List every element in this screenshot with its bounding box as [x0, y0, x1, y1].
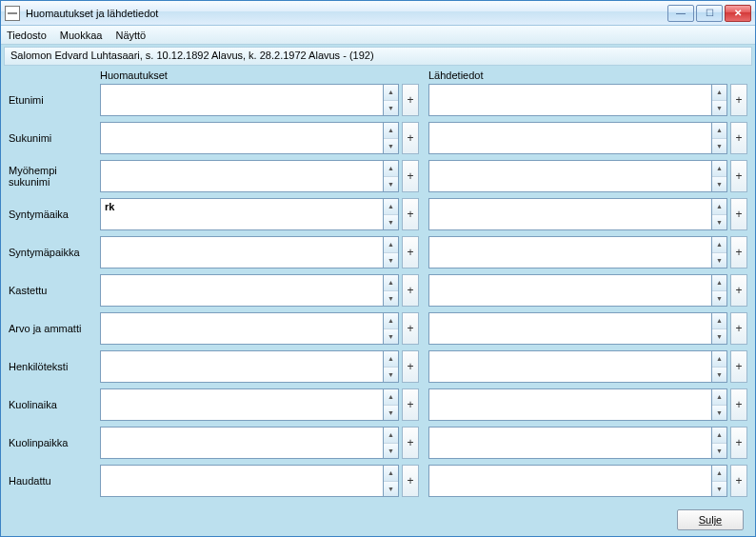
- spin-down-button[interactable]: ▼: [384, 253, 398, 268]
- notes-input[interactable]: [100, 236, 384, 268]
- add-button[interactable]: +: [730, 350, 747, 383]
- sources-input[interactable]: [428, 84, 712, 116]
- row-label: Kuolinpaikka: [9, 437, 100, 448]
- notes-input[interactable]: [100, 160, 384, 192]
- sources-input[interactable]: [428, 388, 712, 421]
- spin-up-button[interactable]: ▲: [712, 275, 726, 291]
- add-button[interactable]: +: [402, 84, 419, 116]
- spin-down-button[interactable]: ▼: [712, 177, 726, 192]
- notes-input[interactable]: [100, 388, 384, 421]
- spin-up-button[interactable]: ▲: [712, 199, 726, 215]
- maximize-button[interactable]: ☐: [696, 5, 723, 22]
- spin-up-button[interactable]: ▲: [384, 161, 398, 177]
- spin-down-button[interactable]: ▼: [384, 101, 398, 116]
- spin-down-button[interactable]: ▼: [384, 139, 398, 154]
- close-button[interactable]: Sulje: [677, 509, 744, 530]
- spin-down-button[interactable]: ▼: [712, 291, 726, 307]
- spin-up-button[interactable]: ▲: [384, 389, 398, 406]
- add-button[interactable]: +: [402, 274, 419, 307]
- notes-input[interactable]: [100, 312, 384, 345]
- spin-up-button[interactable]: ▲: [712, 123, 726, 139]
- add-button[interactable]: +: [730, 427, 747, 459]
- spin-down-button[interactable]: ▼: [384, 291, 398, 307]
- add-button[interactable]: +: [402, 198, 419, 230]
- spin-down-button[interactable]: ▼: [384, 406, 398, 421]
- spin-up-button[interactable]: ▲: [384, 199, 398, 215]
- spin-down-button[interactable]: ▼: [712, 368, 726, 383]
- spin-down-button[interactable]: ▼: [712, 329, 726, 345]
- spin-up-button[interactable]: ▲: [384, 275, 398, 291]
- spin-down-button[interactable]: ▼: [712, 101, 726, 116]
- spin-up-button[interactable]: ▲: [712, 161, 726, 177]
- spin-up-button[interactable]: ▲: [384, 313, 398, 329]
- menu-edit[interactable]: Muokkaa: [60, 30, 103, 41]
- add-button[interactable]: +: [730, 160, 747, 192]
- notes-input[interactable]: [100, 198, 384, 230]
- add-button[interactable]: +: [730, 122, 747, 154]
- sources-input[interactable]: [428, 236, 712, 268]
- add-button[interactable]: +: [402, 122, 419, 154]
- spin-up-button[interactable]: ▲: [712, 351, 726, 368]
- spin-up-button[interactable]: ▲: [712, 466, 726, 482]
- sources-input[interactable]: [428, 427, 712, 459]
- spin-up-button[interactable]: ▲: [384, 85, 398, 101]
- add-button[interactable]: +: [402, 350, 419, 383]
- spin-up-button[interactable]: ▲: [712, 428, 726, 444]
- add-button[interactable]: +: [402, 465, 419, 497]
- add-button[interactable]: +: [402, 312, 419, 345]
- spin-down-button[interactable]: ▼: [384, 215, 398, 230]
- add-button[interactable]: +: [730, 465, 747, 497]
- add-button[interactable]: +: [730, 236, 747, 268]
- spin-up-button[interactable]: ▲: [712, 85, 726, 101]
- add-button[interactable]: +: [730, 84, 747, 116]
- sources-input[interactable]: [428, 350, 712, 383]
- notes-input[interactable]: [100, 465, 384, 497]
- spin-up-button[interactable]: ▲: [384, 237, 398, 253]
- row-label: Syntymäpaikka: [9, 247, 100, 258]
- spin-down-button[interactable]: ▼: [712, 253, 726, 268]
- close-window-button[interactable]: ✕: [725, 5, 751, 22]
- spin-up-button[interactable]: ▲: [384, 123, 398, 139]
- spin-down-button[interactable]: ▼: [712, 215, 726, 230]
- notes-input[interactable]: [100, 274, 384, 307]
- add-button[interactable]: +: [402, 160, 419, 192]
- spin-up-button[interactable]: ▲: [384, 428, 398, 444]
- sources-input[interactable]: [428, 122, 712, 154]
- minimize-button[interactable]: —: [667, 5, 694, 22]
- sources-input[interactable]: [428, 465, 712, 497]
- spin-down-button[interactable]: ▼: [384, 368, 398, 383]
- spin-buttons: ▲▼: [712, 122, 727, 154]
- notes-input[interactable]: [100, 122, 384, 154]
- sources-input[interactable]: [428, 274, 712, 307]
- add-button[interactable]: +: [730, 388, 747, 421]
- add-button[interactable]: +: [730, 198, 747, 230]
- spin-down-button[interactable]: ▼: [712, 406, 726, 421]
- notes-input[interactable]: [100, 350, 384, 383]
- add-button[interactable]: +: [402, 388, 419, 421]
- add-button[interactable]: +: [402, 236, 419, 268]
- menu-file[interactable]: Tiedosto: [7, 30, 47, 41]
- spin-down-button[interactable]: ▼: [712, 444, 726, 459]
- spin-up-button[interactable]: ▲: [712, 389, 726, 406]
- window-title: Huomautukset ja lähdetiedot: [26, 8, 667, 19]
- spin-down-button[interactable]: ▼: [384, 444, 398, 459]
- spin-down-button[interactable]: ▼: [712, 139, 726, 154]
- sources-input[interactable]: [428, 160, 712, 192]
- spin-down-button[interactable]: ▼: [384, 177, 398, 192]
- menu-view[interactable]: Näyttö: [115, 30, 146, 41]
- spin-down-button[interactable]: ▼: [712, 482, 726, 497]
- spin-up-button[interactable]: ▲: [712, 313, 726, 329]
- notes-cell: ▲▼+: [100, 198, 419, 230]
- spin-up-button[interactable]: ▲: [384, 466, 398, 482]
- sources-input[interactable]: [428, 198, 712, 230]
- spin-down-button[interactable]: ▼: [384, 482, 398, 497]
- notes-input[interactable]: [100, 84, 384, 116]
- sources-input[interactable]: [428, 312, 712, 345]
- spin-up-button[interactable]: ▲: [712, 237, 726, 253]
- spin-down-button[interactable]: ▼: [384, 329, 398, 345]
- spin-up-button[interactable]: ▲: [384, 351, 398, 368]
- add-button[interactable]: +: [730, 312, 747, 345]
- add-button[interactable]: +: [730, 274, 747, 307]
- add-button[interactable]: +: [402, 427, 419, 459]
- notes-input[interactable]: [100, 427, 384, 459]
